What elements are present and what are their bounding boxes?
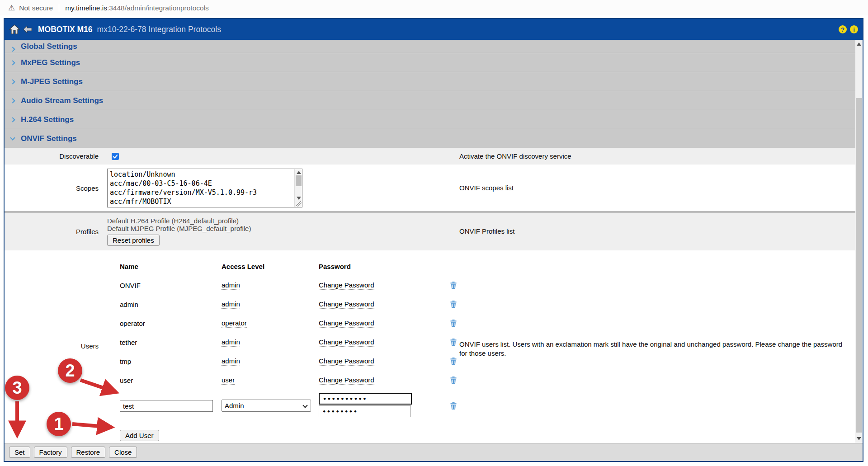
profiles-help: ONVIF Profiles list: [459, 227, 855, 236]
chevron-right-icon: [10, 98, 15, 103]
user-name: tmp: [120, 352, 222, 371]
change-password-link[interactable]: Change Password: [319, 319, 374, 328]
scroll-thumb[interactable]: [296, 175, 302, 186]
scroll-up-icon[interactable]: [857, 42, 861, 46]
change-password-link[interactable]: Change Password: [319, 281, 374, 290]
col-header-access: Access Level: [222, 257, 319, 276]
change-password-link[interactable]: Change Password: [319, 338, 374, 347]
new-user-name-input[interactable]: [120, 400, 213, 412]
user-access-level[interactable]: admin: [222, 338, 240, 347]
reset-profiles-button[interactable]: Reset profiles: [107, 235, 160, 246]
page-title: mx10-22-6-78 Integration Protocols: [97, 25, 221, 34]
settings-content: Global Settings MxPEG Settings M-JPEG Se…: [5, 40, 855, 443]
chevron-down-icon: [10, 135, 15, 140]
section-h264-settings[interactable]: H.264 Settings: [5, 110, 855, 129]
profiles-row: Profiles Default H.264 Profile (H264_def…: [5, 212, 855, 250]
url-path: :3448/admin/integrationprotocols: [107, 4, 209, 12]
delete-user-icon[interactable]: [450, 320, 457, 327]
users-table: Name Access Level Password ONVIF admin C…: [120, 257, 459, 390]
browser-address-bar[interactable]: ⚠ Not secure my.timeline.is:3448/admin/i…: [0, 0, 868, 16]
resize-grip-icon[interactable]: [296, 201, 302, 207]
discoverable-row: Discoverable Activate the ONVIF discover…: [5, 148, 855, 165]
users-row: Users Name Access Level Password ONVIF a…: [5, 250, 855, 442]
profile-entry: Default MJPEG Profile (MJPEG_default_pro…: [107, 225, 459, 232]
scroll-down-icon[interactable]: [857, 437, 861, 440]
discoverable-label: Discoverable: [5, 148, 99, 165]
user-name: user: [120, 371, 222, 390]
col-header-name: Name: [120, 257, 222, 276]
chevron-right-icon: [10, 60, 15, 65]
footer-bar: Set Factory Restore Close: [5, 443, 863, 461]
col-header-actions: [416, 257, 457, 276]
discoverable-help: Activate the ONVIF discovery service: [459, 148, 855, 165]
not-secure-warning-icon: ⚠: [8, 4, 15, 12]
scroll-up-icon[interactable]: [297, 171, 301, 174]
info-icon[interactable]: i: [850, 25, 858, 33]
scopes-textarea-wrap: [107, 169, 302, 207]
scroll-down-icon[interactable]: [297, 197, 301, 200]
new-user-confirm-password-input[interactable]: [319, 405, 411, 417]
scroll-thumb[interactable]: [856, 98, 862, 433]
add-user-button[interactable]: Add User: [120, 430, 159, 441]
page-scrollbar[interactable]: [855, 40, 863, 443]
user-name: ONVIF: [120, 276, 222, 295]
change-password-link[interactable]: Change Password: [319, 300, 374, 309]
user-access-level[interactable]: operator: [222, 319, 247, 328]
user-access-level[interactable]: user: [222, 376, 235, 385]
screen: ⚠ Not secure my.timeline.is:3448/admin/i…: [0, 0, 868, 466]
col-header-password: Password: [319, 257, 416, 276]
section-title: H.264 Settings: [21, 115, 74, 124]
delete-user-icon[interactable]: [450, 358, 457, 365]
section-mxpeg-settings[interactable]: MxPEG Settings: [5, 53, 855, 72]
scopes-help: ONVIF scopes list: [459, 184, 855, 193]
back-arrow-icon[interactable]: [23, 25, 32, 33]
titlebar: MOBOTIX M16 mx10-22-6-78 Integration Pro…: [5, 19, 863, 40]
section-title: ONVIF Settings: [21, 134, 77, 143]
factory-button[interactable]: Factory: [34, 447, 67, 458]
section-audio-stream-settings[interactable]: Audio Stream Settings: [5, 91, 855, 110]
help-icon[interactable]: ?: [839, 25, 847, 33]
user-access-level[interactable]: admin: [222, 300, 240, 309]
scopes-label: Scopes: [5, 184, 99, 192]
section-mjpeg-settings[interactable]: M-JPEG Settings: [5, 72, 855, 91]
url-text[interactable]: my.timeline.is:3448/admin/integrationpro…: [65, 4, 209, 12]
users-help: ONVIF users list. Users with an exclamat…: [459, 250, 855, 442]
access-level-select-wrap: Admin: [222, 400, 311, 412]
scopes-row: Scopes ONVIF scopes list: [5, 165, 855, 212]
section-title: MxPEG Settings: [21, 58, 80, 67]
chevron-right-icon: [10, 79, 15, 84]
users-label: Users: [5, 250, 99, 442]
url-host: my.timeline.is: [65, 4, 107, 12]
section-global-settings[interactable]: Global Settings: [5, 40, 855, 53]
scopes-textarea[interactable]: [108, 169, 294, 207]
delete-user-icon[interactable]: [450, 402, 457, 410]
delete-user-icon[interactable]: [450, 282, 457, 289]
section-onvif-settings[interactable]: ONVIF Settings: [5, 129, 855, 148]
chevron-right-icon: [10, 47, 15, 52]
user-access-level[interactable]: admin: [222, 357, 240, 366]
section-title: Global Settings: [21, 42, 77, 51]
not-secure-label: Not secure: [19, 4, 53, 12]
profile-entry: Default H.264 Profile (H264_default_prof…: [107, 217, 459, 225]
restore-button[interactable]: Restore: [71, 447, 106, 458]
user-name: admin: [120, 295, 222, 314]
change-password-link[interactable]: Change Password: [319, 357, 374, 366]
set-button[interactable]: Set: [9, 447, 30, 458]
profiles-label: Profiles: [5, 228, 99, 235]
delete-user-icon[interactable]: [450, 339, 457, 346]
camera-admin-page: MOBOTIX M16 mx10-22-6-78 Integration Pro…: [4, 18, 863, 462]
home-icon[interactable]: [9, 24, 20, 34]
change-password-link[interactable]: Change Password: [319, 376, 374, 385]
chevron-right-icon: [10, 117, 15, 122]
delete-user-icon[interactable]: [450, 301, 457, 308]
close-button[interactable]: Close: [109, 447, 137, 458]
new-user-row: Admin: [120, 390, 459, 418]
user-access-level[interactable]: admin: [222, 281, 240, 290]
section-title: Audio Stream Settings: [21, 96, 103, 105]
discoverable-checkbox[interactable]: [112, 153, 119, 160]
delete-user-icon[interactable]: [450, 377, 457, 384]
new-user-password-input[interactable]: [319, 393, 412, 405]
user-name: operator: [120, 314, 222, 333]
user-name: tether: [120, 333, 222, 352]
access-level-select[interactable]: Admin: [222, 400, 311, 412]
